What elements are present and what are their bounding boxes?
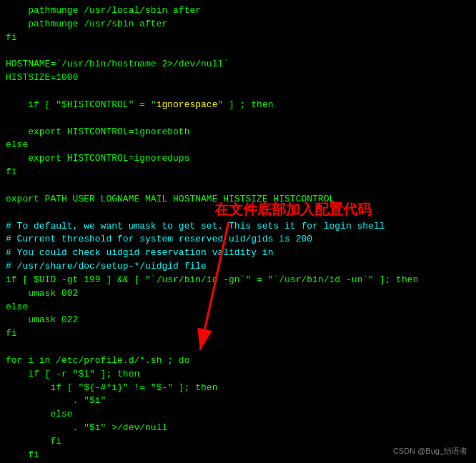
empty-line (6, 45, 470, 59)
code-comment: # Current threshold for system reserved … (6, 233, 470, 247)
code-line: HISTSIZE=1000 (6, 71, 470, 85)
code-line: umask 022 (6, 314, 470, 327)
code-line: if [ -r "$i" ]; then (6, 368, 470, 382)
code-comment: # To default, we want umask to get set. … (6, 220, 470, 234)
empty-line (6, 206, 470, 220)
code-line: if [ $UID -gt 199 ] && [ "`/usr/bin/id -… (6, 274, 470, 287)
empty-line (6, 179, 470, 193)
code-line: umask 002 (6, 287, 470, 301)
code-line: export HISTCONTROL=ignoredups (6, 152, 470, 166)
code-line: HOSTNAME=`/usr/bin/hostname 2>/dev/null` (6, 58, 470, 71)
code-line: else (6, 301, 470, 314)
code-line: else (6, 408, 470, 422)
code-line: else (6, 139, 470, 152)
code-line: for i in /etc/profile.d/*.sh ; do (6, 354, 470, 368)
code-line: . "$i" (6, 394, 470, 408)
code-text: " ] ; then (217, 99, 273, 110)
code-line: pathmunge /usr/sbin after (6, 18, 470, 31)
code-line: export PATH USER LOGNAME MAIL HOSTNAME H… (6, 193, 470, 206)
watermark: CSDN @Bug_结语者 (390, 445, 470, 457)
code-comment: # You could check uidgid reservation val… (6, 247, 470, 260)
code-line: fi (6, 31, 470, 45)
code-line: if [ "${-#*i}" != "$-" ]; then (6, 382, 470, 395)
code-line: fi (6, 166, 470, 179)
code-line: export HISTCONTROL=ignoreboth (6, 126, 470, 139)
code-line: fi (6, 327, 470, 341)
code-comment: # /usr/share/doc/setup-*/uidgid file (6, 260, 470, 274)
code-line: if [ "$HISTCONTROL" = "ignorespace" ] ; … (6, 85, 470, 126)
code-line: . "$i" >/dev/null (6, 422, 470, 435)
code-text: if [ "$HISTCONTROL" = " (28, 99, 156, 110)
terminal: pathmunge /usr/local/sbin after pathmung… (0, 0, 476, 463)
empty-line (6, 341, 470, 354)
code-text: ignorespace (157, 99, 218, 110)
code-line: pathmunge /usr/local/sbin after (6, 4, 470, 18)
